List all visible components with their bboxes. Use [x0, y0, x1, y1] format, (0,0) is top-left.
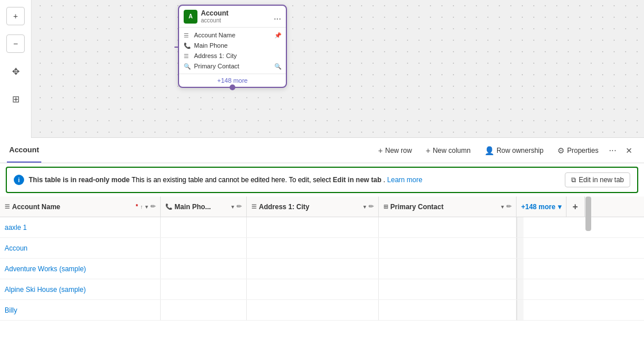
col-phone-icon: 📞	[165, 203, 172, 210]
field-name-label: Account Name	[194, 32, 274, 39]
entity-subtitle: account	[201, 17, 274, 24]
cell-name-3[interactable]: Adventure Works (sample)	[0, 259, 161, 279]
col-city-text-icon: ☰	[251, 203, 257, 210]
more-columns-button[interactable]: +148 more ▾	[517, 197, 566, 217]
col-header-account-name[interactable]: ☰ Account Name * ↑ ▾ ✏	[0, 197, 161, 217]
properties-icon: ⚙	[557, 146, 565, 155]
cell-contact-5	[379, 300, 517, 320]
cell-phone-1	[161, 217, 247, 237]
entity-field-city: ☰ Address 1: City	[179, 51, 286, 61]
cell-city-1	[247, 217, 379, 237]
entity-card: A Account account ... ☰ Account Name 📌 📞…	[178, 5, 287, 88]
cell-name-1[interactable]: aaxle 1	[0, 217, 161, 237]
connector-line	[174, 47, 179, 48]
entity-field-main-phone: 📞 Main Phone	[179, 40, 286, 51]
properties-label: Properties	[567, 147, 599, 155]
cell-contact-1	[379, 217, 517, 237]
col-header-address-city[interactable]: ☰ Address 1: City ▾ ✏	[247, 197, 379, 217]
properties-button[interactable]: ⚙ Properties	[552, 143, 604, 158]
edit-in-new-tab-button[interactable]: ⧉ Edit in new tab	[565, 172, 630, 187]
table-row: Adventure Works (sample)	[0, 259, 644, 279]
col-phone-edit-icon[interactable]: ✏	[236, 203, 242, 210]
entity-fields: ☰ Account Name 📌 📞 Main Phone ☰ Address …	[179, 28, 286, 74]
row-scroll-1	[517, 217, 523, 237]
close-tab-button[interactable]: ✕	[621, 143, 637, 158]
cell-city-4	[247, 279, 379, 299]
cell-contact-4	[379, 279, 517, 299]
cell-phone-3	[161, 259, 247, 279]
table-row: Alpine Ski House (sample)	[0, 279, 644, 300]
grid-rows: aaxle 1 Accoun Adventure Works (sample)	[0, 217, 644, 354]
zoom-in-button[interactable]: +	[6, 7, 25, 25]
edit-btn-label: Edit in new tab	[579, 176, 624, 184]
map-icon[interactable]: ⊞	[6, 90, 25, 108]
entity-field-account-name: ☰ Account Name 📌	[179, 30, 286, 40]
cell-city-3	[247, 259, 379, 279]
learn-more-link[interactable]: Learn more	[387, 176, 422, 184]
new-column-button[interactable]: + New column	[420, 143, 476, 158]
field-contact-pin: 🔍	[274, 63, 281, 70]
canvas-area: + − ✥ ⊞ A Account account ... ☰ Account …	[0, 0, 644, 138]
table-row: Accoun	[0, 238, 644, 259]
info-period: .	[383, 176, 385, 184]
new-row-label: New row	[385, 147, 412, 155]
pan-icon[interactable]: ✥	[6, 62, 25, 80]
cell-contact-2	[379, 238, 517, 258]
entity-icon: A	[184, 10, 197, 24]
col-text-icon: ☰	[5, 203, 10, 210]
more-options-button[interactable]: ···	[604, 143, 621, 159]
tab-bar: Account + New row + New column 👤 Row own…	[0, 138, 644, 163]
col-contact-chevron[interactable]: ▾	[501, 204, 504, 210]
col-phone-label: Main Pho...	[174, 203, 229, 211]
required-star: *	[136, 203, 138, 210]
cell-name-2[interactable]: Accoun	[0, 238, 161, 258]
more-columns-chevron: ▾	[558, 203, 561, 211]
cell-name-4[interactable]: Alpine Ski House (sample)	[0, 279, 161, 299]
cell-phone-2	[161, 238, 247, 258]
field-text-icon: ☰	[184, 32, 191, 39]
info-edit-link-text: Edit in new tab	[333, 176, 382, 184]
info-icon: i	[14, 175, 24, 185]
col-city-edit-icon[interactable]: ✏	[368, 203, 374, 210]
row-scroll-4	[517, 279, 523, 299]
field-contact-label: Primary Contact	[194, 63, 274, 70]
field-phone-icon: 📞	[184, 43, 191, 49]
col-contact-grid-icon: ⊞	[383, 203, 388, 210]
entity-field-primary-contact: 🔍 Primary Contact 🔍	[179, 61, 286, 71]
connector-dot	[230, 84, 235, 90]
edit-btn-icon: ⧉	[571, 176, 576, 184]
cell-phone-4	[161, 279, 247, 299]
scroll-thumb[interactable]	[585, 197, 591, 231]
grid-header: ☰ Account Name * ↑ ▾ ✏ 📞 Main Pho... ▾ ✏…	[0, 197, 644, 217]
table-section: Account + New row + New column 👤 Row own…	[0, 138, 644, 354]
cell-city-5	[247, 300, 379, 320]
entity-card-header: A Account account ...	[179, 6, 286, 28]
col-edit-icon[interactable]: ✏	[150, 203, 156, 210]
col-city-label: Address 1: City	[259, 203, 361, 211]
zoom-out-button[interactable]: −	[6, 34, 25, 53]
vertical-scrollbar[interactable]	[584, 197, 591, 217]
entity-more-menu[interactable]: ...	[274, 11, 281, 22]
col-contact-edit-icon[interactable]: ✏	[506, 203, 511, 210]
row-scroll-3	[517, 259, 523, 279]
add-column-button[interactable]: +	[566, 197, 584, 217]
col-header-main-phone[interactable]: 📞 Main Pho... ▾ ✏	[161, 197, 247, 217]
col-name-label: Account Name	[12, 203, 134, 211]
tab-account[interactable]: Account	[7, 138, 41, 163]
sort-icon[interactable]: ↑	[141, 204, 143, 210]
info-text: This table is in read-only mode This is …	[29, 176, 565, 184]
info-bar: i This table is in read-only mode This i…	[6, 167, 638, 193]
new-row-button[interactable]: + New row	[373, 143, 418, 158]
field-phone-label: Main Phone	[194, 42, 281, 49]
field-city-icon: ☰	[184, 53, 191, 59]
row-ownership-icon: 👤	[484, 146, 494, 155]
table-row: Billy	[0, 300, 644, 321]
col-city-chevron[interactable]: ▾	[363, 204, 366, 210]
row-ownership-button[interactable]: 👤 Row ownership	[479, 143, 549, 158]
chevron-down-icon[interactable]: ▾	[145, 204, 148, 210]
info-normal-text: This is an existing table and cannot be …	[131, 176, 333, 184]
col-phone-chevron[interactable]: ▾	[231, 204, 234, 210]
col-header-primary-contact[interactable]: ⊞ Primary Contact ▾ ✏	[379, 197, 517, 217]
field-contact-icon: 🔍	[184, 63, 191, 70]
cell-name-5[interactable]: Billy	[0, 300, 161, 320]
